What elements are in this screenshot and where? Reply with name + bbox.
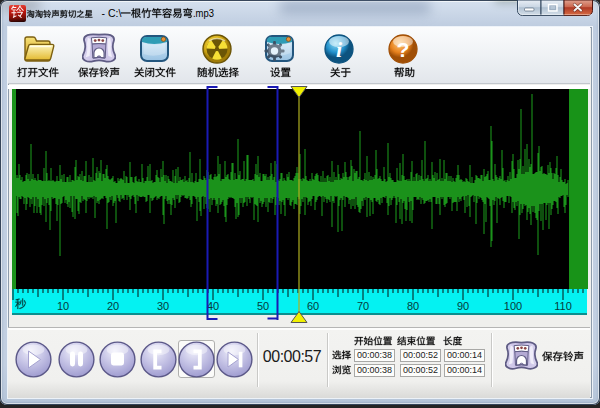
svg-text:- C:\: - C:\ [102,7,122,19]
svg-text:.mp3: .mp3 [193,7,214,19]
